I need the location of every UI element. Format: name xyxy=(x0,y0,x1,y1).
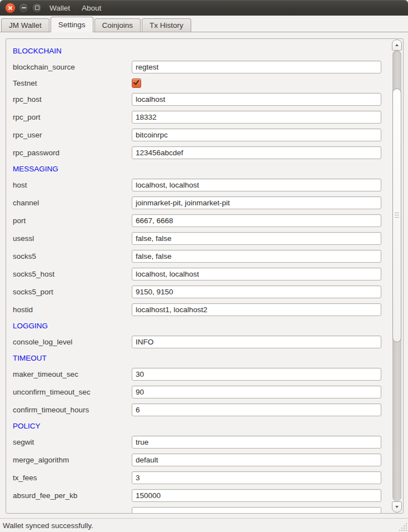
settings-form: BLOCKCHAINblockchain_sourceTestnetrpc_ho… xyxy=(6,39,390,514)
field-row: socks5_port xyxy=(6,283,390,301)
field-row: rpc_host xyxy=(6,90,390,108)
channel-input[interactable] xyxy=(132,196,381,209)
field-row: rpc_port xyxy=(6,108,390,126)
field-label: console_log_level xyxy=(6,338,132,346)
rpc-user-input[interactable] xyxy=(132,129,381,141)
tab-coinjoins[interactable]: Coinjoins xyxy=(94,18,141,32)
rpc-password-input[interactable] xyxy=(132,146,381,159)
settings-scroll-area: BLOCKCHAINblockchain_sourceTestnetrpc_ho… xyxy=(6,38,404,514)
field-label: rpc_port xyxy=(6,113,132,121)
section-header-messaging: MESSAGING xyxy=(6,161,390,176)
field-row: host xyxy=(6,176,390,194)
scroll-down-button[interactable] xyxy=(392,501,402,513)
resize-grip[interactable] xyxy=(399,523,407,531)
field-label: absurd_fee_per_kb xyxy=(6,491,132,500)
menu-wallet[interactable]: Wallet xyxy=(49,4,70,12)
absurd-fee-per-kb-input[interactable] xyxy=(132,489,381,502)
tab-tx-history[interactable]: Tx History xyxy=(142,18,191,32)
field-row xyxy=(6,504,390,514)
field-label: socks5_port xyxy=(6,288,132,296)
field-label: port xyxy=(6,216,132,225)
field-row: socks5_host xyxy=(6,265,390,283)
field-row: Testnet xyxy=(6,76,390,90)
socks5-port-input[interactable] xyxy=(132,285,381,298)
port-input[interactable] xyxy=(132,214,381,227)
section-header-logging: LOGGING xyxy=(6,318,390,333)
field-row: hostid xyxy=(6,301,390,318)
usessl-input[interactable] xyxy=(132,232,381,245)
field-row: merge_algorithm xyxy=(6,451,390,469)
field-label: unconfirm_timeout_sec xyxy=(6,388,132,396)
socks5-input[interactable] xyxy=(132,250,381,263)
field-row: port xyxy=(6,211,390,229)
tab-bar: JM WalletSettingsCoinjoinsTx History xyxy=(0,17,408,32)
console-log-level-input[interactable] xyxy=(132,336,381,348)
check-icon xyxy=(133,78,140,85)
field-label: socks5 xyxy=(6,252,132,260)
scrollbar-grip-icon xyxy=(395,213,399,218)
field-label: Testnet xyxy=(6,79,132,87)
scrollbar-thumb[interactable] xyxy=(392,88,401,342)
status-bar: Wallet synced successfully. xyxy=(0,519,408,532)
field-row: usessl xyxy=(6,229,390,247)
field-row: socks5 xyxy=(6,247,390,265)
menubar: Wallet About xyxy=(49,4,101,12)
field-label: socks5_host xyxy=(6,270,132,278)
status-text: Wallet synced successfully. xyxy=(3,521,93,530)
field-row: tx_fees xyxy=(6,469,390,486)
field-label: host xyxy=(6,181,132,189)
field-row: rpc_password xyxy=(6,144,390,161)
tx-fees-input[interactable] xyxy=(132,471,381,484)
testnet-checkbox[interactable] xyxy=(132,78,141,88)
field-label: rpc_user xyxy=(6,131,132,139)
tab-label: JM Wallet xyxy=(9,21,42,29)
unconfirm-timeout-sec-input[interactable] xyxy=(132,386,381,398)
field-label: blockchain_source xyxy=(6,63,132,71)
field-row: rpc_user xyxy=(6,126,390,144)
section-header-blockchain: BLOCKCHAIN xyxy=(6,43,390,58)
partial-field-input[interactable] xyxy=(132,507,381,514)
field-row: console_log_level xyxy=(6,333,390,351)
tab-settings[interactable]: Settings xyxy=(51,17,93,32)
field-label: channel xyxy=(6,199,132,207)
maximize-button[interactable] xyxy=(32,3,42,13)
scrollbar-track[interactable] xyxy=(392,51,401,501)
section-header-timeout: TIMEOUT xyxy=(6,351,390,365)
minimize-icon xyxy=(22,7,26,8)
merge-algorithm-input[interactable] xyxy=(132,454,381,466)
field-label: merge_algorithm xyxy=(6,456,132,464)
field-label: segwit xyxy=(6,438,132,446)
maximize-icon xyxy=(35,6,39,10)
field-row: channel xyxy=(6,194,390,211)
field-row: blockchain_source xyxy=(6,58,390,76)
field-row: unconfirm_timeout_sec xyxy=(6,383,390,401)
tab-jm-wallet[interactable]: JM Wallet xyxy=(1,18,49,32)
segwit-input[interactable] xyxy=(132,436,381,449)
field-label: rpc_host xyxy=(6,95,132,104)
field-label: maker_timeout_sec xyxy=(6,370,132,378)
close-button[interactable] xyxy=(5,3,16,13)
field-label: usessl xyxy=(6,234,132,243)
host-input[interactable] xyxy=(132,179,381,191)
scroll-up-button[interactable] xyxy=(392,40,402,51)
tab-label: Settings xyxy=(58,21,86,29)
rpc-host-input[interactable] xyxy=(132,93,381,106)
field-row: absurd_fee_per_kb xyxy=(6,486,390,504)
field-label: rpc_password xyxy=(6,149,132,157)
maker-timeout-sec-input[interactable] xyxy=(132,368,381,381)
scrollbar xyxy=(391,40,402,513)
field-label: tx_fees xyxy=(6,474,132,482)
rpc-port-input[interactable] xyxy=(132,111,381,124)
confirm-timeout-hours-input[interactable] xyxy=(132,403,381,416)
field-row: maker_timeout_sec xyxy=(6,365,390,383)
tab-label: Tx History xyxy=(150,21,183,29)
tab-label: Coinjoins xyxy=(102,21,133,29)
minimize-button[interactable] xyxy=(18,3,29,13)
section-header-policy: POLICY xyxy=(6,418,390,433)
menu-about[interactable]: About xyxy=(82,4,101,12)
app-window: Wallet About JM WalletSettingsCoinjoinsT… xyxy=(0,0,408,532)
hostid-input[interactable] xyxy=(132,303,381,316)
socks5-host-input[interactable] xyxy=(132,268,381,280)
blockchain-source-input[interactable] xyxy=(132,61,381,73)
close-icon xyxy=(8,6,13,11)
